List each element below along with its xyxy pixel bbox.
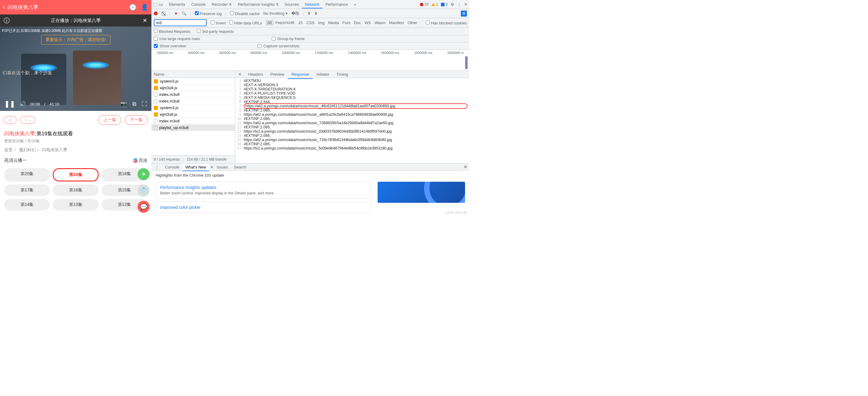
hide-data-urls-checkbox[interactable]: Hide data URLs xyxy=(229,21,262,25)
blocked-requests-checkbox[interactable]: Blocked Requests xyxy=(154,29,190,34)
drawer-tab[interactable]: Issues xyxy=(214,164,231,171)
type-filter-chip[interactable]: Img xyxy=(316,20,326,26)
request-row[interactable]: system3.js xyxy=(151,78,235,85)
drawer-tab[interactable]: Console xyxy=(162,164,183,171)
drawer-tab[interactable]: Search xyxy=(231,164,249,171)
throttling-select[interactable]: No throttling ▾ xyxy=(263,11,288,16)
drawer-tab[interactable]: What's New xyxy=(183,164,209,171)
user-icon[interactable]: 👤 xyxy=(141,4,148,11)
feedback-icon[interactable]: 💬 xyxy=(137,201,150,213)
drawer-close-icon[interactable]: ✕ xyxy=(464,164,467,170)
like-button[interactable]: ♡₊ xyxy=(20,116,35,124)
network-settings-icon[interactable]: ⚙ xyxy=(461,10,467,16)
detail-tab[interactable]: Preview xyxy=(267,70,288,78)
invert-checkbox[interactable]: Invert xyxy=(211,21,226,25)
episode-button[interactable]: 第16集 xyxy=(53,185,98,196)
filter-icon[interactable]: ▼ xyxy=(174,11,178,16)
prev-episode-button[interactable]: 上一集 xyxy=(98,115,121,125)
record-button[interactable] xyxy=(154,11,158,15)
request-row[interactable]: wjm3u8.js xyxy=(151,111,235,118)
favorite-button[interactable]: ☆ xyxy=(4,116,17,124)
request-row[interactable]: index.m3u8 xyxy=(151,91,235,98)
devtools-tab[interactable]: Sources xyxy=(282,1,302,8)
request-row[interactable]: playlist_up.m3u8 xyxy=(151,125,235,131)
source-name[interactable]: 高清云播一 xyxy=(4,158,27,163)
pause-icon[interactable]: ❚❚ xyxy=(4,100,15,108)
type-filter-chip[interactable]: Media xyxy=(326,20,341,26)
next-episode-button[interactable]: 下一集 xyxy=(125,115,148,125)
crumb-home[interactable]: 首页 xyxy=(4,147,13,152)
response-body[interactable]: 1#EXTM3U2#EXT-X-VERSION:33#EXT-X-TARGETD… xyxy=(235,78,469,163)
large-rows-checkbox[interactable]: Use large request rows xyxy=(154,36,200,41)
episode-button[interactable]: 第13集 xyxy=(53,199,98,210)
back-icon[interactable]: ‹ xyxy=(3,3,5,11)
type-filter-chip[interactable]: Wasm xyxy=(373,20,387,26)
request-row[interactable]: index.m3u8 xyxy=(151,98,235,105)
episode-button[interactable]: 第14集 xyxy=(4,199,50,210)
devtools-tab[interactable]: Performance insights xyxy=(235,1,281,8)
filter-input[interactable] xyxy=(154,19,207,26)
wechat-icon[interactable]: ✶ xyxy=(137,168,150,180)
devtools-tab[interactable]: Elements xyxy=(166,1,188,8)
devtools-tab[interactable]: Recorder xyxy=(209,1,235,8)
video-area[interactable]: P2P已开启 共享0.00MB 加速0.00MB 此片有 0 位影迷正在观看 重… xyxy=(0,27,151,111)
disable-cache-checkbox[interactable]: Disable cache xyxy=(230,11,260,16)
search-icon[interactable]: 🔍 xyxy=(182,11,186,16)
detail-tab[interactable]: Timing xyxy=(333,70,352,78)
type-filter-chip[interactable]: JS xyxy=(297,20,305,26)
clear-button[interactable] xyxy=(161,11,165,16)
upload-icon[interactable]: ⬆ xyxy=(307,11,311,16)
type-filter-chip[interactable]: Doc xyxy=(352,20,363,26)
issues-badge[interactable]: 3 xyxy=(441,2,447,7)
errors-badge[interactable]: 70 xyxy=(420,2,428,7)
close-detail-icon[interactable]: ✕ xyxy=(235,71,245,78)
theme-icon[interactable]: 👕 xyxy=(137,185,150,197)
type-filter-chip[interactable]: WS xyxy=(363,20,373,26)
group-by-frame-checkbox[interactable]: Group by frame xyxy=(272,36,305,41)
type-filter-chip[interactable]: Other xyxy=(406,20,419,26)
request-row[interactable]: system3.js xyxy=(151,105,235,111)
pip-icon[interactable]: ⧉ xyxy=(132,101,136,107)
settings-icon[interactable]: ⚙ xyxy=(451,2,454,7)
detail-tab[interactable]: Initiator xyxy=(313,70,333,78)
type-filter-chip[interactable]: Fetch/XHR xyxy=(274,20,297,26)
devtools-tab[interactable]: Network xyxy=(302,1,322,8)
devtools-tab[interactable]: Performance xyxy=(322,1,351,8)
quality-selector[interactable]: 高清 xyxy=(133,158,147,163)
drawer-tab-close-icon[interactable]: ✕ xyxy=(209,165,214,169)
more-tabs-icon[interactable]: » xyxy=(352,2,358,7)
request-row[interactable]: index.m3u8 xyxy=(151,118,235,125)
third-party-checkbox[interactable]: 3rd-party requests xyxy=(197,29,234,34)
warnings-badge[interactable]: 2 xyxy=(432,2,438,7)
inspect-icon[interactable]: ⬚ xyxy=(153,2,157,7)
kebab-icon[interactable]: ⋮ xyxy=(457,2,461,7)
wifi-icon[interactable]: �围 xyxy=(291,11,299,16)
detail-tab[interactable]: Headers xyxy=(245,70,267,78)
devtools-close-icon[interactable]: ✕ xyxy=(464,2,467,7)
show-overview-checkbox[interactable]: Show overview xyxy=(154,44,186,48)
devtools-tab[interactable]: Console xyxy=(188,1,209,8)
info-icon[interactable]: ⓘ xyxy=(4,16,10,25)
type-filter-chip[interactable]: CSS xyxy=(305,20,316,26)
close-icon[interactable]: ✕ xyxy=(143,17,147,24)
whatsnew-card-2[interactable]: Improved color picker xyxy=(156,202,372,212)
episode-button[interactable]: 第19集 xyxy=(53,168,98,182)
device-toggle-icon[interactable]: ▭ xyxy=(159,2,163,7)
whatsnew-card-1[interactable]: Performance Insights updates Better zoom… xyxy=(156,182,372,199)
camera-icon[interactable]: 📷 xyxy=(120,101,127,107)
detail-tab[interactable]: Response xyxy=(288,70,313,79)
download-icon[interactable]: ⬇ xyxy=(314,11,318,16)
episode-button[interactable]: 第20集 xyxy=(4,168,50,182)
history-icon[interactable]: 🕓 xyxy=(129,4,136,11)
name-column-header[interactable]: Name xyxy=(151,71,235,78)
blocked-cookies-checkbox[interactable]: Has blocked cookies xyxy=(426,21,467,25)
crumb-show[interactable]: 闪电侠第八季 xyxy=(42,147,67,152)
type-filter-chip[interactable]: Font xyxy=(341,20,352,26)
fullscreen-icon[interactable]: ⛶ xyxy=(142,101,147,107)
preserve-log-checkbox[interactable]: Preserve log xyxy=(195,11,222,16)
type-filter-chip[interactable]: All xyxy=(266,20,274,26)
timeline-overview[interactable]: 200000 ms400000 ms600000 ms800000 ms1000… xyxy=(151,50,469,71)
volume-icon[interactable]: 🔊 xyxy=(19,101,26,107)
capture-screenshots-checkbox[interactable]: Capture screenshots xyxy=(257,44,300,48)
request-row[interactable]: wjm3u8.js xyxy=(151,85,235,91)
